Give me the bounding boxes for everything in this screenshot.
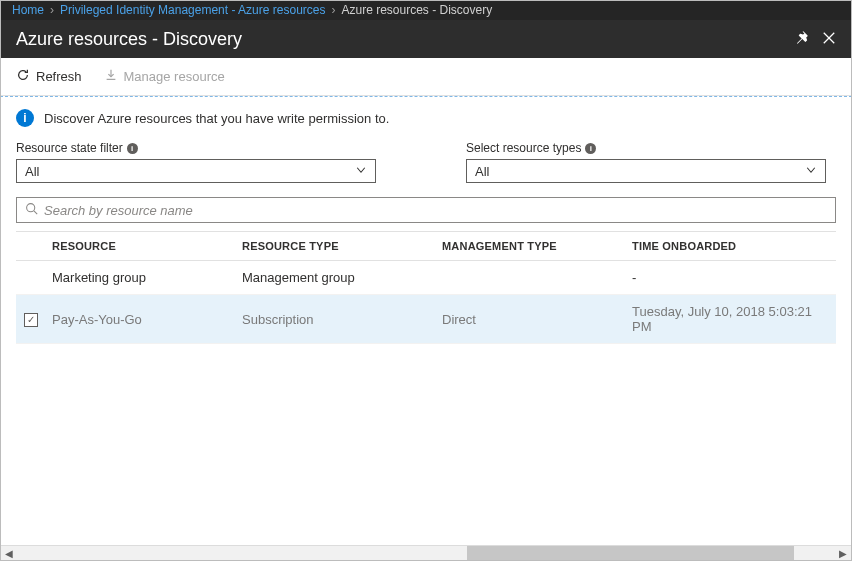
scroll-thumb[interactable] [467,546,794,560]
cell-time-onboarded: Tuesday, July 10, 2018 5:03:21 PM [626,295,836,344]
horizontal-scrollbar[interactable]: ◀ ▶ [1,545,851,561]
refresh-button[interactable]: Refresh [16,68,82,85]
resource-types-value: All [475,164,489,179]
row-checkbox[interactable] [24,313,38,327]
toolbar: Refresh Manage resource [0,58,852,96]
table-row[interactable]: Pay-As-You-GoSubscriptionDirectTuesday, … [16,295,836,344]
scroll-left-arrow[interactable]: ◀ [1,545,17,561]
close-icon[interactable] [822,29,836,50]
col-header-resource-type[interactable]: RESOURCE TYPE [236,232,436,261]
manage-resource-button: Manage resource [104,68,225,85]
search-icon [25,202,38,218]
cell-management-type: Direct [436,295,626,344]
cell-management-type [436,261,626,295]
info-banner: i Discover Azure resources that you have… [16,109,836,127]
manage-resource-label: Manage resource [124,69,225,84]
resource-state-filter-label: Resource state filter i [16,141,376,155]
breadcrumb-current: Azure resources - Discovery [341,3,492,17]
search-input[interactable] [44,203,827,218]
info-icon[interactable]: i [127,143,138,154]
cell-resource-type: Management group [236,261,436,295]
refresh-label: Refresh [36,69,82,84]
svg-line-3 [34,211,37,214]
breadcrumb-pim[interactable]: Privileged Identity Management - Azure r… [60,3,325,17]
cell-resource: Marketing group [46,261,236,295]
search-box[interactable] [16,197,836,223]
title-bar: Azure resources - Discovery [0,20,852,58]
col-header-time-onboarded[interactable]: TIME ONBOARDED [626,232,836,261]
scroll-track[interactable] [17,546,835,560]
col-header-management-type[interactable]: MANAGEMENT TYPE [436,232,626,261]
info-icon: i [16,109,34,127]
refresh-icon [16,68,30,85]
info-icon[interactable]: i [585,143,596,154]
resources-table: RESOURCE RESOURCE TYPE MANAGEMENT TYPE T… [16,231,836,344]
cell-resource: Pay-As-You-Go [46,295,236,344]
col-header-resource[interactable]: RESOURCE [46,232,236,261]
table-row[interactable]: Marketing groupManagement group- [16,261,836,295]
svg-point-2 [27,204,35,212]
resource-state-filter-select[interactable]: All [16,159,376,183]
pin-icon[interactable] [794,29,808,50]
breadcrumb: Home › Privileged Identity Management - … [0,0,852,20]
page-title: Azure resources - Discovery [16,29,242,50]
chevron-down-icon [355,164,367,179]
cell-resource-type: Subscription [236,295,436,344]
breadcrumb-home[interactable]: Home [12,3,44,17]
info-text: Discover Azure resources that you have w… [44,111,389,126]
breadcrumb-separator: › [50,3,54,17]
resource-types-select[interactable]: All [466,159,826,183]
download-icon [104,68,118,85]
resource-state-filter-value: All [25,164,39,179]
breadcrumb-separator: › [331,3,335,17]
resource-types-label: Select resource types i [466,141,826,155]
chevron-down-icon [805,164,817,179]
cell-time-onboarded: - [626,261,836,295]
scroll-right-arrow[interactable]: ▶ [835,545,851,561]
